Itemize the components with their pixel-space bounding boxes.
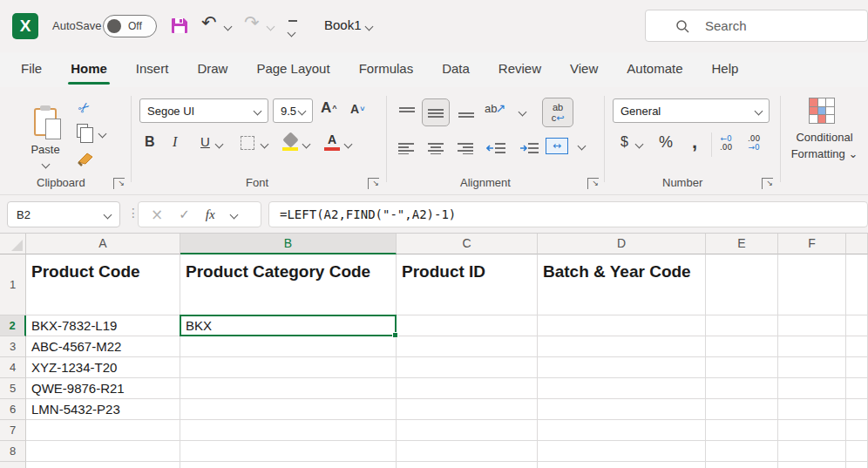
italic-button[interactable]: I <box>173 134 177 150</box>
enter-icon[interactable]: ✓ <box>179 207 190 222</box>
bold-button[interactable]: B <box>145 134 155 150</box>
cell-C2[interactable] <box>397 315 538 336</box>
cell-5[interactable] <box>846 378 868 399</box>
cut-icon[interactable]: ✂ <box>74 98 93 118</box>
undo-icon[interactable]: ↶ <box>201 12 217 33</box>
cell-C5[interactable] <box>397 378 538 399</box>
cell-A7[interactable] <box>26 420 180 441</box>
row-header-3[interactable]: 3 <box>0 336 26 357</box>
cell-E7[interactable] <box>706 420 778 441</box>
alignment-dialog-launcher[interactable]: ↘ <box>587 178 599 189</box>
increase-indent-button[interactable] <box>516 138 542 159</box>
number-dialog-launcher[interactable]: ↘ <box>762 178 773 189</box>
grow-font-button[interactable]: A^ <box>321 99 337 117</box>
cell-D6[interactable] <box>538 399 706 420</box>
cell-F5[interactable] <box>778 378 846 399</box>
cell-C7[interactable] <box>397 420 538 441</box>
customize-toolbar-icon[interactable] <box>288 20 298 39</box>
cell-F4[interactable] <box>778 357 846 378</box>
row-header-9[interactable]: 9 <box>0 462 26 468</box>
borders-dropdown-icon[interactable] <box>261 140 269 149</box>
tab-home[interactable]: Home <box>71 52 107 87</box>
workbook-title[interactable]: Book1 <box>324 17 362 32</box>
cell-C4[interactable] <box>397 357 538 378</box>
tab-file[interactable]: File <box>21 52 42 87</box>
cell-A8[interactable] <box>26 441 180 462</box>
redo-icon[interactable]: ↷ <box>244 12 260 33</box>
cell-4[interactable] <box>846 357 868 378</box>
tab-page-layout[interactable]: Page Layout <box>256 52 329 87</box>
underline-button[interactable]: U <box>200 134 210 149</box>
conditional-formatting-icon[interactable] <box>809 98 835 124</box>
autosave-toggle[interactable]: Off <box>103 15 157 37</box>
cell-E9[interactable] <box>706 462 778 468</box>
column-header-partial[interactable] <box>846 234 868 254</box>
tab-review[interactable]: Review <box>498 52 541 87</box>
tab-draw[interactable]: Draw <box>197 52 227 87</box>
cell-9[interactable] <box>846 462 868 468</box>
cell-B4[interactable] <box>180 357 397 378</box>
underline-dropdown-icon[interactable] <box>215 140 224 149</box>
cell-B9[interactable] <box>180 462 397 468</box>
cell-A2[interactable]: BKX-7832-L19 <box>26 315 180 336</box>
cell-E3[interactable] <box>706 336 778 357</box>
cell-A5[interactable]: QWE-9876-R21 <box>26 378 180 399</box>
cell-E4[interactable] <box>706 357 778 378</box>
column-header-B[interactable]: B <box>180 234 397 254</box>
search-input[interactable]: Search <box>645 10 868 42</box>
cell-B5[interactable] <box>180 378 397 399</box>
save-icon[interactable] <box>170 16 189 35</box>
cell-A9[interactable] <box>26 462 180 468</box>
cell-E8[interactable] <box>706 441 778 462</box>
row-header-1[interactable]: 1 <box>0 254 26 315</box>
fill-color-icon[interactable] <box>282 134 298 151</box>
font-name-select[interactable]: Segoe UI <box>139 98 268 123</box>
number-format-select[interactable]: General <box>613 98 770 123</box>
conditional-formatting-button[interactable]: Conditional Formatting ⌄ <box>781 129 868 162</box>
cell-C8[interactable] <box>397 441 538 462</box>
cell-B3[interactable] <box>180 336 397 357</box>
cell-B7[interactable] <box>180 420 397 441</box>
comma-style-button[interactable]: , <box>692 131 697 153</box>
select-all-button[interactable] <box>0 234 26 254</box>
cell-D9[interactable] <box>538 462 706 468</box>
cell-C1[interactable]: Product ID <box>397 254 538 315</box>
cell-F8[interactable] <box>778 441 846 462</box>
tab-insert[interactable]: Insert <box>136 52 169 87</box>
copy-dropdown-icon[interactable] <box>98 130 107 139</box>
row-header-5[interactable]: 5 <box>0 378 26 399</box>
column-header-D[interactable]: D <box>538 234 706 254</box>
cell-B6[interactable] <box>180 399 397 420</box>
decrease-indent-button[interactable] <box>483 138 509 159</box>
tab-automate[interactable]: Automate <box>627 52 682 87</box>
fx-dropdown-icon[interactable] <box>229 210 238 219</box>
cell-D1[interactable]: Batch & Year Code <box>538 254 706 315</box>
cell-A1[interactable]: Product Code <box>26 254 180 315</box>
font-dialog-launcher[interactable]: ↘ <box>368 178 379 189</box>
cell-A3[interactable]: ABC-4567-M22 <box>26 336 180 357</box>
column-header-F[interactable]: F <box>778 234 846 254</box>
cell-6[interactable] <box>846 399 868 420</box>
align-middle-button[interactable] <box>422 98 450 126</box>
cell-F2[interactable] <box>778 315 846 336</box>
orientation-button[interactable]: ab↗ <box>485 101 505 115</box>
merge-center-icon[interactable]: ↔ <box>546 138 568 154</box>
row-header-8[interactable]: 8 <box>0 441 26 462</box>
cell-F1[interactable] <box>778 254 846 315</box>
tab-view[interactable]: View <box>570 52 598 87</box>
shrink-font-button[interactable]: A˅ <box>350 102 364 116</box>
orientation-dropdown-icon[interactable] <box>519 108 527 117</box>
insert-function-icon[interactable]: fx <box>206 207 215 222</box>
align-top-button[interactable] <box>394 101 420 124</box>
cell-D7[interactable] <box>538 420 706 441</box>
row-header-7[interactable]: 7 <box>0 420 26 441</box>
merge-dropdown-icon[interactable] <box>578 142 587 151</box>
excel-logo-icon[interactable]: X <box>12 13 38 39</box>
tab-data[interactable]: Data <box>442 52 470 87</box>
align-bottom-button[interactable] <box>453 101 479 124</box>
cell-D3[interactable] <box>538 336 706 357</box>
row-header-2[interactable]: 2 <box>0 315 26 336</box>
cell-F3[interactable] <box>778 336 846 357</box>
fill-handle[interactable] <box>392 332 398 338</box>
cell-F6[interactable] <box>778 399 846 420</box>
